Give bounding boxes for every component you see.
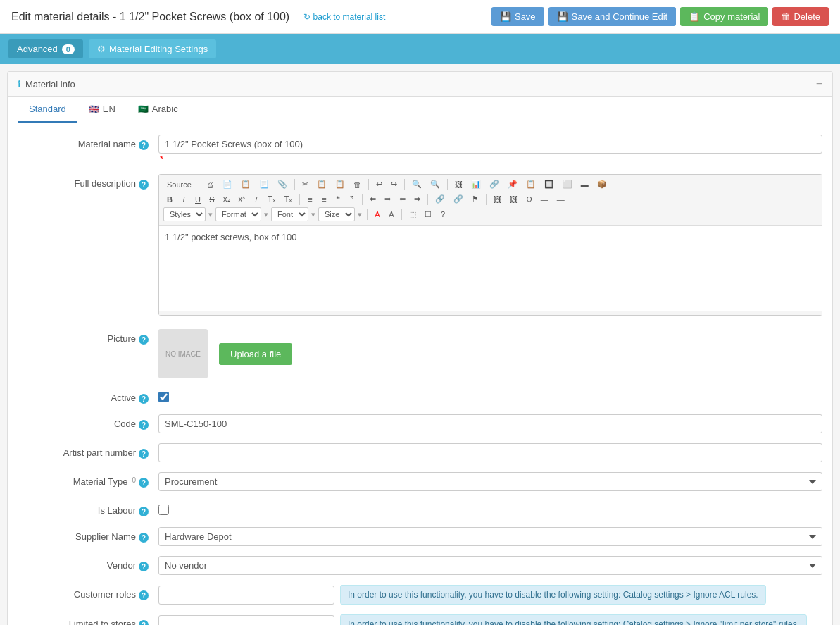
rte-maximize-btn[interactable]: ⬚ [406,208,420,221]
rte-strike-btn[interactable]: S [206,193,218,206]
material-type-badge: 0 [132,476,136,484]
rte-link-btn[interactable]: 🔗 [486,178,503,191]
rte-newdoc-btn[interactable]: 📄 [219,178,236,191]
rte-table-btn[interactable]: 📊 [468,178,484,191]
rte-frame-btn[interactable]: 🔲 [541,178,558,191]
rte-blockquote2-btn[interactable]: ❞ [346,192,358,206]
rte-styles-select[interactable]: Styles [163,207,206,221]
rte-italic-btn[interactable]: I [177,193,190,206]
material-name-help-icon[interactable]: ? [139,140,149,150]
material-type-select[interactable]: Procurement [158,472,822,491]
section-title: Material info [25,79,75,89]
rte-color-btn[interactable]: A [371,208,384,221]
rte-removeformat2-btn[interactable]: Tₓ [281,192,296,206]
delete-button[interactable]: 🗑 Delete [772,7,829,26]
rte-subscript-btn[interactable]: x₂ [220,192,234,206]
supplier-name-label: Supplier Name ? [18,527,158,543]
rte-bgcolor-btn[interactable]: A [385,208,398,221]
active-label: Active ? [18,388,158,404]
rte-ltr-btn[interactable]: ⬅ [396,192,409,206]
picture-help-icon[interactable]: ? [139,335,149,345]
rte-copy-btn[interactable]: 📋 [313,178,330,191]
rte-preview-btn[interactable]: 📃 [256,178,272,191]
material-type-help-icon[interactable]: ? [139,478,149,488]
rte-indent-btn[interactable]: ⬅ [366,192,380,206]
rte-flag-btn[interactable]: ⚑ [468,192,482,206]
is-labour-help-icon[interactable]: ? [139,507,149,516]
back-to-list-link[interactable]: ↻ back to material list [303,12,385,22]
rte-unlink-btn[interactable]: 🔗 [450,192,467,206]
material-editing-settings-button[interactable]: ⚙ Material Editing Settings [89,39,216,58]
rte-undo-btn[interactable]: ↩ [372,178,386,191]
tab-arabic[interactable]: 🇸🇦 Arabic [127,97,189,123]
rte-underline-btn[interactable]: U [192,193,204,206]
rte-link2-btn[interactable]: 🔗 [432,192,449,206]
rte-format-select[interactable]: Format [215,207,261,221]
rte-rtl-btn[interactable]: ➡ [410,192,424,206]
save-continue-button[interactable]: 💾 Save and Continue Edit [548,7,677,26]
copy-material-button[interactable]: 📋 Copy material [680,7,768,26]
is-labour-checkbox[interactable] [158,505,169,515]
limited-stores-help-icon[interactable]: ? [139,620,149,625]
customer-roles-input[interactable] [158,586,334,605]
rte-font-select[interactable]: Font [271,207,308,221]
rte-attach-btn[interactable]: 📎 [274,178,291,191]
supplier-name-help-icon[interactable]: ? [139,533,149,543]
upload-file-button[interactable]: Upload a file [219,343,292,365]
rte-cut-btn[interactable]: ✂ [299,178,312,191]
rte-help-btn[interactable]: ? [437,208,449,221]
rte-hr-btn[interactable]: ▬ [577,178,592,191]
rte-content-area[interactable]: 1 1/2" pocket screws, box of 100 [159,226,822,311]
rte-toolbar-row-1: Source 🖨 📄 📋 📃 📎 ✂ 📋 📋 [163,178,817,191]
advanced-button[interactable]: Advanced 0 [8,39,83,58]
active-checkbox[interactable] [158,392,169,402]
rte-special-btn[interactable]: 📦 [594,178,610,191]
rte-bold-btn[interactable]: B [163,193,176,206]
rte-superscript-btn[interactable]: xˢ [235,192,249,206]
rte-blockquote-btn[interactable]: ❝ [332,192,344,206]
rte-omega-btn[interactable]: Ω [522,193,535,206]
rte-toolbar-row-3: Styles ▾ Format ▾ Font ▾ [163,207,817,221]
rte-embed-btn[interactable]: 📋 [522,178,539,191]
rte-redo-btn[interactable]: ↪ [387,178,401,191]
artist-part-input[interactable] [158,443,822,462]
customer-roles-help-icon[interactable]: ? [139,590,149,600]
rte-removeformat-btn[interactable]: Tₓ [264,192,280,206]
rte-anchor-btn[interactable]: 📌 [504,178,521,191]
tab-en[interactable]: 🇬🇧 EN [77,97,127,123]
full-description-help-icon[interactable]: ? [139,180,149,190]
rte-ol-btn[interactable]: ≡ [318,193,330,206]
rte-size-select[interactable]: Size [318,207,355,221]
rte-image-btn[interactable]: 🖼 [451,178,466,191]
rte-templates-btn[interactable]: 📋 [237,178,254,191]
code-label: Code ? [18,414,158,430]
rte-em-dash-btn[interactable]: — [537,193,552,206]
rte-resize-handle[interactable] [159,311,822,315]
rte-paste-btn[interactable]: 📋 [332,178,349,191]
save-button[interactable]: 💾 Save [491,7,544,26]
rte-print-btn[interactable]: 🖨 [203,178,218,191]
rte-en-dash-btn[interactable]: — [553,193,568,206]
vendor-help-icon[interactable]: ? [139,562,149,571]
collapse-icon[interactable]: − [816,78,822,90]
material-name-input[interactable] [158,135,822,154]
rte-replace-btn[interactable]: 🔍 [427,178,444,191]
rte-image3-btn[interactable]: 🖼 [506,193,521,206]
rte-checkbox-btn[interactable]: ⬜ [559,178,576,191]
tab-standard[interactable]: Standard [18,97,77,123]
active-help-icon[interactable]: ? [139,394,149,404]
vendor-select[interactable]: No vendor [158,556,822,575]
rte-code-btn[interactable]: / [250,193,263,206]
rte-delete-btn[interactable]: 🗑 [350,178,365,191]
supplier-name-select[interactable]: Hardware Depot [158,527,822,546]
rte-ul-btn[interactable]: ≡ [303,193,316,206]
rte-image2-btn[interactable]: 🖼 [490,193,505,206]
artist-part-help-icon[interactable]: ? [139,449,149,459]
rte-find-btn[interactable]: 🔍 [408,178,425,191]
limited-stores-input[interactable] [158,615,334,626]
code-input[interactable] [158,414,822,433]
rte-outdent-btn[interactable]: ➡ [381,192,394,206]
rte-showblocks-btn[interactable]: ☐ [421,208,435,221]
code-help-icon[interactable]: ? [139,420,149,430]
rte-source-btn[interactable]: Source [163,178,195,191]
